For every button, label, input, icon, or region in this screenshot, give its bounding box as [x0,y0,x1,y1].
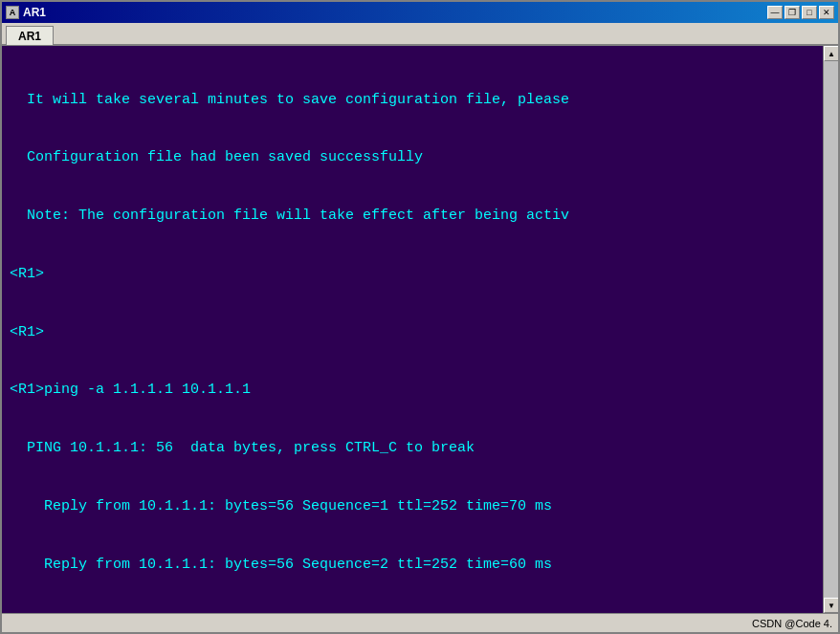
close-button[interactable]: ✕ [819,6,834,19]
terminal-output: It will take several minutes to save con… [2,46,838,613]
terminal-line-5: <R1>ping -a 1.1.1.1 10.1.1.1 [10,381,830,400]
restore-button[interactable]: ❐ [785,6,800,19]
app-icon: A [6,6,19,19]
main-window: A AR1 — ❐ □ ✕ AR1 It will take several m… [0,0,840,634]
tab-bar: AR1 [2,23,838,46]
tab-ar1[interactable]: AR1 [6,26,54,45]
scroll-down-button[interactable]: ▼ [824,598,838,613]
title-bar: A AR1 — ❐ □ ✕ [2,2,838,23]
terminal-container[interactable]: It will take several minutes to save con… [2,46,838,613]
minimize-button[interactable]: — [767,6,783,19]
scroll-up-button[interactable]: ▲ [824,46,838,61]
status-bar: CSDN @Code 4. [2,613,838,632]
terminal-line-8: Reply from 10.1.1.1: bytes=56 Sequence=2… [10,556,830,575]
maximize-button[interactable]: □ [802,6,817,19]
title-bar-left: A AR1 [6,6,46,19]
terminal-line-0: It will take several minutes to save con… [10,91,830,110]
terminal-line-4: <R1> [10,323,830,342]
window-controls: — ❐ □ ✕ [767,6,834,19]
terminal-line-3: <R1> [10,265,830,284]
scrollbar[interactable]: ▲ ▼ [823,46,838,613]
terminal-line-7: Reply from 10.1.1.1: bytes=56 Sequence=1… [10,497,830,516]
status-text: CSDN @Code 4. [752,618,832,629]
scroll-track[interactable] [824,61,838,598]
terminal-line-6: PING 10.1.1.1: 56 data bytes, press CTRL… [10,439,830,458]
window-title: AR1 [23,6,46,19]
terminal-line-2: Note: The configuration file will take e… [10,207,830,226]
terminal-line-1: Configuration file had been saved succes… [10,148,830,167]
